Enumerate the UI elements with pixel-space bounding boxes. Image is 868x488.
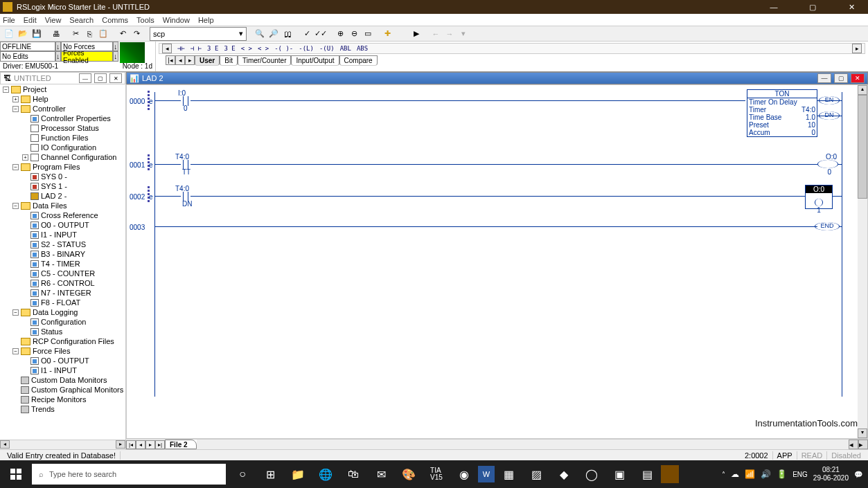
tree-cdm[interactable]: Custom Data Monitors [31,376,107,384]
instr-abl-icon[interactable]: ABL [340,45,351,52]
nav-fwd-button[interactable]: → [443,28,456,40]
tree-fi1[interactable]: I1 - INPUT [41,366,77,374]
menu-view[interactable]: View [45,16,62,24]
ton-instruction[interactable]: TON Timer On Delay TimerT4:0 Time Base1.… [747,89,817,137]
tree-o0[interactable]: O0 - OUTPUT [41,221,89,229]
taskbar-search[interactable]: ⌕ Type here to search [32,464,226,485]
tray-notifications-icon[interactable]: 💬 [854,471,862,478]
tab-nav-next[interactable]: ▸ [185,55,195,65]
tray-onedrive-icon[interactable]: ☁ [731,469,739,479]
tray-clock[interactable]: 08:21 29-06-2020 [813,466,849,482]
verify-button[interactable]: ✓ [301,28,313,40]
tree-project[interactable]: Project [23,85,46,93]
tray-battery-icon[interactable]: 🔋 [777,469,787,479]
tree-proc-status[interactable]: Processor Status [41,124,99,132]
verify-project-button[interactable]: ✓✓ [315,28,327,40]
menu-file[interactable]: File [3,16,15,24]
open-button[interactable]: 📂 [17,28,29,40]
tree-t4[interactable]: T4 - TIMER [41,260,80,268]
store-icon[interactable]: 🛍 [339,460,367,488]
tree-ctrl-props[interactable]: Controller Properties [41,114,111,123]
ladder-canvas[interactable]: ▴ ▾ 0000 e I:0 0 TON Timer On Delay Time… [126,84,868,439]
tree-rcp[interactable]: RCP Configuration Files [33,337,114,345]
instr-close-icon[interactable]: < > [258,45,269,52]
menu-window[interactable]: Window [163,16,190,24]
explorer-icon[interactable]: 📁 [284,460,312,488]
tree-controller[interactable]: Controller [33,105,66,113]
tree-sys0[interactable]: SYS 0 - [41,172,67,181]
tab-nav-first[interactable]: |◂ [166,55,175,65]
tree-b3[interactable]: B3 - BINARY [41,250,85,258]
search-combo[interactable]: scp ▾ [150,27,247,41]
window-maximize-button[interactable]: ▢ [799,0,826,14]
zoom-out-button[interactable]: ⊖ [348,28,360,40]
rung-0[interactable]: 0000 [130,98,145,105]
tree-min-button[interactable]: — [79,73,91,83]
edge-icon[interactable]: 🌐 [312,460,339,488]
mail-icon[interactable]: ✉ [367,460,395,488]
find-prev-button[interactable]: 🕮 [281,28,294,40]
instr-open-icon[interactable]: < > [241,45,252,52]
cortana-icon[interactable]: ○ [229,460,256,488]
paint-icon[interactable]: 🎨 [395,460,423,488]
fit-button[interactable]: ▭ [362,28,374,40]
app1-icon[interactable]: ▦ [495,460,522,488]
instr-abs-icon[interactable]: ABS [357,45,368,52]
tree-program-files[interactable]: Program Files [33,163,80,171]
paste-button[interactable]: 📋 [97,28,109,40]
ladder-max-button[interactable]: ▢ [834,73,848,83]
rung-1[interactable]: 0001 [130,161,145,169]
tab-compare[interactable]: Compare [339,55,378,66]
tree-r6[interactable]: R6 - CONTROL [41,279,95,287]
tab-nav-prev[interactable]: ◂ [175,55,185,65]
tree-datalog[interactable]: Data Logging [33,308,78,316]
find-next-button[interactable]: 🔎 [267,28,280,40]
tray-chevron-icon[interactable]: ˄ [722,471,725,478]
window-close-button[interactable]: ✕ [838,0,865,14]
tree-lad2[interactable]: LAD 2 - [41,192,67,200]
nav-dd-button[interactable]: ▾ [457,28,470,40]
menu-help[interactable]: Help [198,16,214,24]
instr-xic-icon[interactable]: ⊣⊢ [177,45,185,52]
add-button[interactable]: ✚ [381,28,393,40]
tree-max-button[interactable]: ▢ [94,73,107,83]
taskview-icon[interactable]: ⊞ [256,460,284,488]
instr-branch2-icon[interactable]: 3 E [224,45,235,52]
tab-user[interactable]: User [195,55,220,66]
instr-xio-icon[interactable]: ⊣ ⊢ [191,45,202,52]
rung-3[interactable]: 0003 [130,224,145,231]
tree-s2[interactable]: S2 - STATUS [41,240,86,248]
rslogix-icon[interactable] [661,465,679,483]
filetab-first[interactable]: |◂ [126,440,136,449]
tree-c5[interactable]: C5 - COUNTER [41,269,95,278]
tree-cgm[interactable]: Custom Graphical Monitors [31,386,123,394]
tray-volume-icon[interactable]: 🔊 [761,469,771,479]
word-icon[interactable]: W [478,466,495,482]
new-button[interactable]: 📄 [3,28,15,40]
tree-statusn[interactable]: Status [41,327,62,336]
tree-close-button[interactable]: ✕ [109,73,122,83]
undo-button[interactable]: ↶ [116,28,129,40]
copy-button[interactable]: ⎘ [83,28,96,40]
zoom-in-button[interactable]: ⊕ [334,28,346,40]
menu-edit[interactable]: Edit [24,16,37,24]
tree-rm[interactable]: Recipe Monitors [31,395,86,404]
forces-enabled-dropdown[interactable]: ↓ [113,51,118,62]
nav-back-button[interactable]: ← [429,28,442,40]
tree-hscroll[interactable]: ◂ ▸ [0,440,125,449]
filetab-prev[interactable]: ◂ [136,440,145,449]
forces-dropdown[interactable]: ↓ [113,42,118,51]
r1-coil[interactable] [817,160,838,168]
menu-search[interactable]: Search [69,16,94,24]
app4-icon[interactable]: ▣ [605,460,633,488]
instr-branch-icon[interactable]: 3 E [207,45,218,52]
menu-tools[interactable]: Tools [136,16,154,24]
tree-f8[interactable]: F8 - FLOAT [41,298,80,307]
tab-input-output[interactable]: Input/Output [291,55,339,66]
project-tree[interactable]: −Project +Help −Controller Controller Pr… [0,84,125,440]
tab-bit[interactable]: Bit [220,55,238,66]
tree-trends[interactable]: Trends [31,405,55,413]
r2-output-selected[interactable]: O:0 1 [805,185,833,209]
cut-button[interactable]: ✂ [69,28,82,40]
file-tab-2[interactable]: File 2 [165,440,197,449]
